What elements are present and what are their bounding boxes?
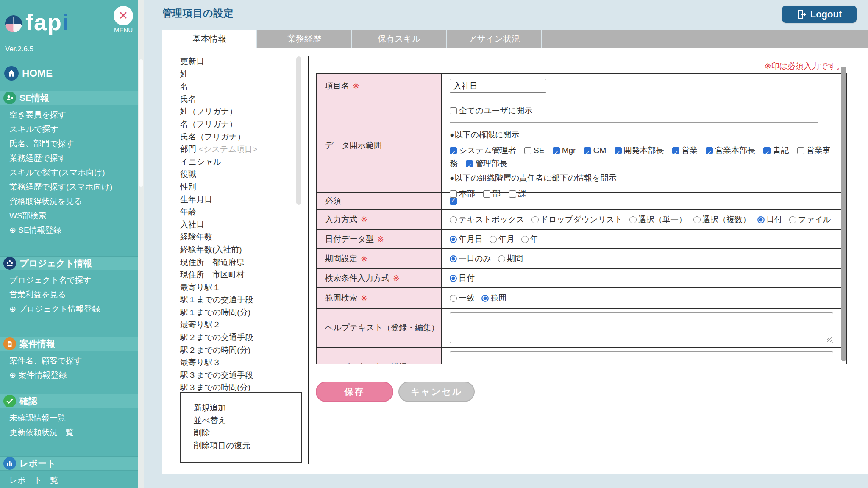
- role-checkbox-option[interactable]: システム管理者: [450, 146, 516, 155]
- field-list-item[interactable]: 姓（フリガナ）: [180, 105, 291, 118]
- sidebar-item[interactable]: 案件情報登録: [9, 368, 144, 382]
- field-list-item[interactable]: 性別: [180, 181, 291, 193]
- field-list-item[interactable]: 姓: [180, 68, 291, 81]
- radio-icon[interactable]: [757, 216, 765, 223]
- role-checkbox-option[interactable]: Mgr: [553, 146, 576, 155]
- field-list-item[interactable]: 現住所 都道府県: [180, 256, 291, 269]
- field-list-item[interactable]: 氏名（フリガナ）: [180, 131, 291, 143]
- menu-close-button[interactable]: MENU: [108, 6, 138, 33]
- checkbox-icon[interactable]: [483, 190, 490, 198]
- field-list-item[interactable]: 部門<システム項目>: [180, 143, 291, 156]
- action-menu-item[interactable]: 並べ替え: [194, 414, 301, 427]
- field-list-item[interactable]: 現住所 市区町村: [180, 268, 291, 281]
- sidebar-item[interactable]: 資格取得状況を見る: [9, 194, 144, 209]
- sidebar-item[interactable]: プロジェクト情報登録: [9, 302, 144, 316]
- radio-option[interactable]: 選択（複数）: [693, 214, 751, 225]
- checkbox-icon[interactable]: [584, 147, 591, 154]
- role-checkbox-option[interactable]: 営業: [672, 146, 698, 155]
- required-checkbox[interactable]: [450, 198, 457, 205]
- sidebar-item[interactable]: プロジェクト名で探す: [9, 273, 144, 287]
- close-icon[interactable]: [114, 6, 133, 25]
- logout-button[interactable]: Logout: [782, 6, 857, 23]
- checkbox-icon[interactable]: [509, 190, 516, 198]
- sidebar-item[interactable]: SE情報登録: [9, 223, 144, 237]
- save-button[interactable]: 保存: [316, 382, 393, 402]
- sidebar-item[interactable]: 氏名、部門で探す: [9, 137, 144, 151]
- checkbox-icon[interactable]: [450, 107, 457, 114]
- field-list-item[interactable]: 入社日: [180, 218, 291, 231]
- field-list-item[interactable]: 役職: [180, 168, 291, 181]
- field-list-item[interactable]: 経験年数(入社前): [180, 243, 291, 256]
- radio-option[interactable]: ドロップダウンリスト: [531, 214, 623, 225]
- radio-icon[interactable]: [450, 236, 457, 243]
- sidebar-item[interactable]: 案件名、顧客で探す: [9, 354, 144, 368]
- role-checkbox-option[interactable]: 書記: [763, 146, 789, 155]
- field-list-item[interactable]: 名（フリガナ）: [180, 118, 291, 131]
- sidebar-item[interactable]: スキルで探す(スマホ向け): [9, 165, 144, 180]
- radio-icon[interactable]: [450, 295, 457, 302]
- checkbox-icon[interactable]: [672, 147, 679, 154]
- role-checkbox-option[interactable]: GM: [584, 146, 606, 155]
- sidebar-section-se[interactable]: SE情報: [0, 91, 144, 105]
- help-detail-textarea[interactable]: [450, 351, 833, 364]
- cancel-button[interactable]: キャンセル: [398, 382, 475, 402]
- role-checkbox-option[interactable]: 開発本部長: [615, 146, 664, 155]
- sidebar-item[interactable]: 業務経歴で探す(スマホ向け): [9, 180, 144, 194]
- checkbox-icon[interactable]: [706, 147, 713, 154]
- field-list-item[interactable]: 駅２までの時間(分): [180, 344, 291, 357]
- field-list-item[interactable]: 駅１までの交通手段: [180, 293, 291, 306]
- radio-icon[interactable]: [490, 236, 497, 243]
- action-menu-item[interactable]: 新規追加: [194, 402, 301, 414]
- checkbox-icon[interactable]: [763, 147, 771, 154]
- field-list-item[interactable]: 最寄り駅２: [180, 318, 291, 331]
- tab[interactable]: 基本情報: [162, 30, 256, 48]
- radio-option[interactable]: 年: [521, 234, 538, 245]
- radio-icon[interactable]: [450, 255, 457, 262]
- tab[interactable]: アサイン状況: [447, 30, 541, 48]
- sidebar-section-report[interactable]: レポート: [0, 456, 144, 471]
- form-scrollbar-thumb[interactable]: [841, 67, 846, 361]
- radio-option[interactable]: 範囲: [481, 293, 506, 304]
- radio-option[interactable]: 年月日: [450, 234, 483, 245]
- field-list-item[interactable]: 駅２までの交通手段: [180, 331, 291, 344]
- checkbox-icon[interactable]: [466, 160, 473, 167]
- role-checkbox-option[interactable]: SE: [524, 146, 544, 155]
- checkbox-icon[interactable]: [797, 147, 804, 154]
- sidebar-item[interactable]: 未確認情報一覧: [9, 411, 144, 425]
- sidebar-item-home[interactable]: HOME: [4, 66, 144, 81]
- radio-option[interactable]: 一日のみ: [450, 253, 491, 264]
- sidebar-section-confirm[interactable]: 確認: [0, 394, 144, 408]
- tab[interactable]: 保有スキル: [352, 30, 446, 48]
- radio-icon[interactable]: [498, 255, 505, 262]
- sidebar-section-project[interactable]: プロジェクト情報: [0, 256, 144, 270]
- action-menu-item[interactable]: 削除項目の復元: [194, 439, 301, 452]
- radio-icon[interactable]: [521, 236, 529, 243]
- sidebar-item[interactable]: 業務経歴で探す: [9, 151, 144, 165]
- radio-option[interactable]: ファイル: [789, 214, 831, 225]
- sidebar-item[interactable]: スキルで探す: [9, 122, 144, 137]
- field-list-item[interactable]: 名: [180, 80, 291, 93]
- field-list-item[interactable]: 氏名: [180, 93, 291, 106]
- checkbox-icon[interactable]: [524, 147, 531, 154]
- radio-option[interactable]: 日付: [450, 273, 475, 284]
- field-list-item[interactable]: 駅３までの時間(分): [180, 381, 291, 391]
- checkbox-icon[interactable]: [615, 147, 622, 154]
- all-users-option[interactable]: 全てのユーザに開示: [450, 105, 842, 116]
- help-edit-textarea[interactable]: [450, 312, 833, 343]
- sidebar-item[interactable]: 更新依頼状況一覧: [9, 425, 144, 440]
- field-list-item[interactable]: 年齢: [180, 206, 291, 218]
- radio-option[interactable]: テキストボックス: [450, 214, 525, 225]
- radio-icon[interactable]: [531, 216, 539, 223]
- radio-icon[interactable]: [693, 216, 701, 223]
- item-name-input[interactable]: [450, 79, 546, 93]
- field-list-item[interactable]: 駅１までの時間(分): [180, 306, 291, 319]
- radio-option[interactable]: 期間: [498, 253, 523, 264]
- radio-icon[interactable]: [629, 216, 637, 223]
- field-list-item[interactable]: 生年月日: [180, 193, 291, 206]
- sidebar-item[interactable]: 営業利益を見る: [9, 287, 144, 302]
- radio-icon[interactable]: [481, 295, 489, 302]
- radio-icon[interactable]: [789, 216, 796, 223]
- radio-option[interactable]: 日付: [757, 214, 782, 225]
- role-checkbox-option[interactable]: 営業本部長: [706, 146, 755, 155]
- radio-icon[interactable]: [450, 275, 457, 282]
